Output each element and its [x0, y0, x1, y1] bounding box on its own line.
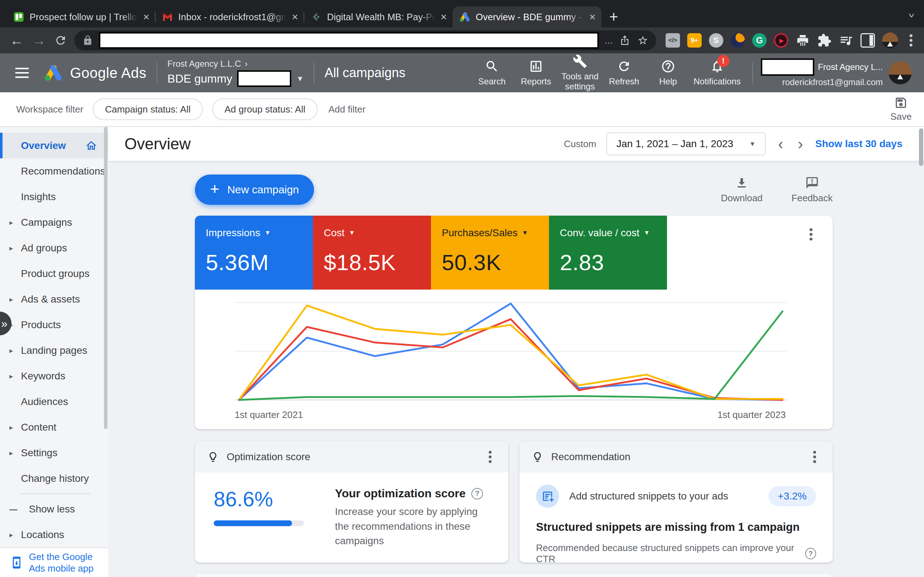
- playlist-music-icon[interactable]: [839, 33, 853, 48]
- sidebar-scrollbar[interactable]: [104, 127, 108, 429]
- sidebar-item-product-groups[interactable]: Product groups: [0, 261, 108, 286]
- help-circle-icon[interactable]: ?: [472, 488, 483, 500]
- tab-digital-wealth[interactable]: Digital Wealth MB: Pay-Per-Cli ×: [304, 6, 452, 27]
- all-recommendations-link[interactable]: All recommendations: [214, 561, 317, 562]
- help-circle-icon[interactable]: ?: [805, 548, 816, 559]
- sidebar-item-keywords[interactable]: Keywords: [0, 363, 108, 389]
- next-range-button[interactable]: ›: [795, 136, 805, 152]
- sidebar-item-products[interactable]: Products: [0, 312, 108, 338]
- expand-arrow-icon[interactable]: [10, 449, 21, 457]
- new-tab-button[interactable]: +: [609, 10, 618, 24]
- s-extension-icon[interactable]: [709, 33, 723, 48]
- refresh-button[interactable]: Refresh: [602, 59, 646, 87]
- grammarly-extension-icon[interactable]: [752, 33, 767, 48]
- close-icon[interactable]: ×: [440, 11, 447, 23]
- tools-settings-button[interactable]: Tools and settings: [558, 54, 602, 91]
- sidebar-item-campaigns[interactable]: Campaigns: [0, 210, 108, 235]
- code-extension-icon[interactable]: [666, 33, 680, 48]
- save-button[interactable]: Save: [890, 96, 912, 122]
- chevron-down-icon[interactable]: ▼: [265, 229, 271, 237]
- tab-trello[interactable]: Prospect follow up | Trello ×: [6, 6, 155, 27]
- sidebar-item-audiences[interactable]: Audiences: [0, 389, 108, 414]
- share-icon[interactable]: [619, 35, 630, 46]
- help-button[interactable]: Help: [646, 59, 690, 87]
- recommendation-item-title[interactable]: Add structured snippets to your ads: [569, 490, 728, 502]
- printer-extension-icon[interactable]: [795, 33, 810, 48]
- breadcrumb[interactable]: Frost Agency L.L.C: [168, 59, 241, 69]
- reports-button[interactable]: Reports: [514, 59, 558, 87]
- browser-menu-kebab-icon[interactable]: [909, 39, 913, 42]
- tab-google-ads-active[interactable]: Overview - BDE gummy - Goog ×: [452, 6, 601, 27]
- expand-arrow-icon[interactable]: [10, 295, 21, 304]
- tag-extension-icon[interactable]: [687, 33, 702, 48]
- browser-profile-avatar[interactable]: [882, 32, 898, 48]
- lightbulb-icon: [531, 451, 543, 463]
- expand-arrow-icon[interactable]: [10, 530, 21, 539]
- metric-card-cost[interactable]: Cost▼ $18.5K: [313, 216, 431, 290]
- expand-arrow-icon[interactable]: [10, 218, 21, 227]
- side-panel-icon[interactable]: [861, 33, 875, 48]
- feedback-button[interactable]: Feedback: [792, 176, 833, 204]
- sidebar-item-recommendations[interactable]: Recommendations: [0, 158, 108, 184]
- account-profile[interactable]: Frost Agency L... roderickfrost1@gmail.c…: [761, 58, 883, 87]
- chart-card-kebab-icon[interactable]: [809, 233, 813, 236]
- mobile-app-promo[interactable]: Get the Google Ads mobile app: [0, 548, 108, 577]
- chevron-down-icon[interactable]: ▼: [643, 229, 650, 237]
- tab-gmail[interactable]: Inbox - roderickfrost1@gmail.c ×: [155, 6, 304, 27]
- card-kebab-icon[interactable]: [813, 456, 816, 458]
- tab-title: Inbox - roderickfrost1@gmail.c: [178, 11, 287, 23]
- expand-arrow-icon[interactable]: [10, 423, 21, 432]
- new-campaign-button[interactable]: + New campaign: [195, 174, 314, 205]
- notifications-button[interactable]: ! Notifications: [690, 59, 744, 87]
- account-avatar[interactable]: [888, 61, 912, 84]
- ad-group-status-chip[interactable]: Ad group status: All: [212, 98, 318, 120]
- chevron-down-icon[interactable]: ▼: [349, 229, 355, 237]
- sidebar-item-change-history[interactable]: Change history: [0, 466, 108, 491]
- filter-bar-label: Workspace filter: [16, 104, 83, 115]
- metric-card-impressions[interactable]: Impressions▼ 5.36M: [195, 216, 313, 290]
- download-button[interactable]: Download: [721, 176, 762, 204]
- reports-icon: [529, 59, 543, 74]
- expand-arrow-icon[interactable]: [10, 372, 21, 380]
- bookmark-star-icon[interactable]: [637, 35, 648, 46]
- sidebar-item-settings[interactable]: Settings: [0, 440, 108, 466]
- extensions-puzzle-icon[interactable]: [817, 33, 832, 48]
- sidebar-item-content[interactable]: Content: [0, 414, 108, 440]
- sidebar-item-insights[interactable]: Insights: [0, 184, 108, 210]
- nav-label: Reports: [521, 76, 551, 87]
- reload-button[interactable]: [54, 34, 67, 47]
- show-last-30-days-link[interactable]: Show last 30 days: [815, 138, 902, 150]
- sidebar-item-overview[interactable]: Overview: [0, 133, 108, 158]
- metric-card-purchases-sales[interactable]: Purchases/Sales▼ 50.3K: [431, 216, 549, 290]
- back-button[interactable]: ←: [7, 34, 26, 47]
- workspace-filter-bar: Workspace filter Campaign status: All Ad…: [0, 92, 924, 127]
- sidebar-item-ad-groups[interactable]: Ad groups: [0, 235, 108, 261]
- navy-orange-extension-icon[interactable]: [730, 33, 745, 48]
- expand-arrow-icon[interactable]: [10, 244, 21, 253]
- card-kebab-icon[interactable]: [489, 456, 492, 458]
- close-icon[interactable]: ×: [292, 11, 298, 23]
- sidebar-item-landing-pages[interactable]: Landing pages: [0, 338, 108, 363]
- video-extension-icon[interactable]: [774, 33, 788, 48]
- campaign-status-chip[interactable]: Campaign status: All: [93, 98, 203, 120]
- tab-list-chevron-icon[interactable]: ˅: [908, 11, 914, 20]
- chevron-down-icon[interactable]: ▼: [522, 229, 528, 237]
- main-menu-hamburger-icon[interactable]: [15, 72, 29, 74]
- account-caret-icon[interactable]: ▼: [296, 75, 304, 83]
- sidebar-item-ads-assets[interactable]: Ads & assets: [0, 286, 108, 312]
- metric-card-conv-value-cost[interactable]: Conv. value / cost▼ 2.83: [549, 216, 667, 290]
- close-icon[interactable]: ×: [589, 11, 596, 23]
- line-chart: [234, 292, 787, 408]
- date-range-picker[interactable]: Jan 1, 2021 – Jan 1, 2023 ▼: [606, 132, 766, 155]
- account-switcher[interactable]: Frost Agency L.L.C › BDE gummy ▼: [168, 59, 304, 87]
- sidebar-item-locations[interactable]: Locations: [0, 522, 108, 548]
- close-icon[interactable]: ×: [143, 11, 149, 23]
- url-bar[interactable]: ...: [74, 30, 656, 50]
- forward-button[interactable]: →: [30, 34, 48, 47]
- prev-range-button[interactable]: ‹: [775, 136, 785, 152]
- expand-arrow-icon[interactable]: [10, 346, 21, 355]
- search-button[interactable]: Search: [470, 59, 514, 87]
- sidebar-show-less[interactable]: Show less: [0, 496, 108, 522]
- page-scrollbar[interactable]: [919, 128, 923, 166]
- add-filter-button[interactable]: Add filter: [328, 104, 366, 115]
